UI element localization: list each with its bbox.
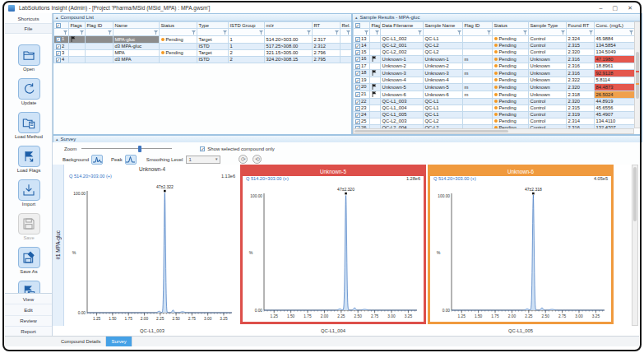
sample-row[interactable]: ✓ 19Unknown-4Unknown-4PendingUnknown2.32… <box>354 77 635 83</box>
filter-funnel-icon[interactable] <box>307 30 311 35</box>
row-checkbox[interactable]: ✓ <box>355 119 360 124</box>
sidebar-nav-edit[interactable]: Edit <box>5 304 52 315</box>
peak-button[interactable] <box>125 155 137 165</box>
row-checkbox[interactable]: ✓ <box>355 23 360 28</box>
filter-cell[interactable] <box>529 29 567 36</box>
filter-funnel-icon[interactable] <box>192 30 196 35</box>
column-header[interactable]: Status <box>160 22 197 29</box>
filter-funnel-icon[interactable] <box>108 30 112 35</box>
filter-cell[interactable] <box>424 29 463 36</box>
filter-funnel-icon[interactable] <box>364 30 368 35</box>
compound-row[interactable]: ✓ 4d3 MPAISTD2324.20>308.152.795 <box>54 56 352 63</box>
maximize-button[interactable]: ▢ <box>613 5 619 12</box>
row-checkbox[interactable]: ✓ <box>355 78 360 83</box>
zoom-slider[interactable] <box>81 146 172 152</box>
sample-horizontal-scrollbar[interactable] <box>353 128 634 134</box>
row-checkbox[interactable]: ✓ <box>355 44 360 49</box>
filter-cell[interactable] <box>69 29 86 36</box>
apply-all-button[interactable]: ⟲ <box>253 155 262 164</box>
column-header[interactable]: Found RT <box>567 22 595 29</box>
compound-list-header[interactable]: ▴ Compound List <box>53 14 351 21</box>
filter-funnel-icon[interactable] <box>259 30 263 35</box>
survey-tile-unknown-5[interactable]: Unknown-5Q 514.20>303.00 (+)1.28e61.251.… <box>240 165 426 324</box>
row-checkbox[interactable]: ✓ <box>56 51 61 56</box>
filter-cell[interactable] <box>354 29 370 36</box>
row-checkbox[interactable]: ✓ <box>355 106 360 111</box>
filter-funnel-icon[interactable] <box>589 30 593 35</box>
filter-cell[interactable] <box>160 29 197 36</box>
column-header[interactable]: m/z <box>265 22 313 29</box>
row-checkbox[interactable]: ✓ <box>56 58 61 63</box>
sample-row[interactable]: ✓ 15QC-L2_002QC-L2PendingControl2.320134… <box>354 49 635 55</box>
filter-cell[interactable] <box>313 29 341 36</box>
sidebar-section-file[interactable]: File <box>5 23 52 34</box>
filter-cell[interactable] <box>341 29 352 36</box>
sample-row[interactable]: ✓ 14QC-L2_001QC-L2PendingControl2.315134… <box>354 42 635 49</box>
collapse-icon[interactable]: ▴ <box>56 15 58 20</box>
filter-cell[interactable] <box>370 29 381 36</box>
minimize-button[interactable]: – <box>600 5 603 12</box>
background-peak-button[interactable] <box>91 155 103 165</box>
filter-cell[interactable] <box>463 29 493 36</box>
filter-funnel-icon[interactable] <box>375 30 379 35</box>
next-tile-title[interactable]: QC-L1_003 <box>140 328 164 333</box>
sample-vertical-scrollbar[interactable] <box>634 21 641 128</box>
row-checkbox[interactable]: ✓ <box>355 113 360 118</box>
load-flags-button[interactable]: Load Flags <box>5 146 53 173</box>
column-header[interactable]: Type <box>197 22 229 29</box>
row-checkbox[interactable]: ✓ <box>355 71 360 76</box>
row-checkbox[interactable]: ✓ <box>355 85 360 90</box>
filter-funnel-icon[interactable] <box>223 30 227 35</box>
row-checkbox[interactable]: ✓ <box>56 44 61 49</box>
sample-row[interactable]: ✓ 22QC-L1_003QC-L1PendingControl2.32044.… <box>354 98 635 105</box>
sample-row[interactable]: ✓ 16Unknown-1Unknown-1mPendingUnknown2.3… <box>354 55 635 63</box>
column-header[interactable]: ✓ <box>354 22 370 29</box>
close-button[interactable]: ✕ <box>628 5 632 12</box>
sample-results-header[interactable]: ▴ Sample Results - MPA-gluc <box>353 14 642 21</box>
survey-tile-unknown-4[interactable]: Unknown-4Q 514.20>303.00 (+)1.13e61.251.… <box>66 165 239 324</box>
save-as-button[interactable]: Save As <box>5 247 53 274</box>
update-button[interactable]: Update <box>5 78 53 105</box>
row-checkbox[interactable]: ✓ <box>56 23 61 28</box>
filter-cell[interactable] <box>265 29 313 36</box>
filter-cell[interactable] <box>54 29 69 36</box>
column-header[interactable]: ISTD Group <box>229 22 265 29</box>
column-header[interactable]: Data Filename <box>381 22 424 29</box>
sidebar-nav-review[interactable]: Review <box>5 316 52 327</box>
filter-funnel-icon[interactable] <box>335 30 339 35</box>
column-header[interactable]: Sample Name <box>424 22 463 29</box>
compound-row[interactable]: ✓ 3MPAPendingTarget2321.15>305.002.796 <box>54 49 352 56</box>
sidebar-nav-view[interactable]: View <box>5 294 52 304</box>
show-selected-checkbox[interactable]: ✓ <box>200 146 205 151</box>
sample-row[interactable]: ✓ 21Unknown-6Unknown-6mPendingUnknown2.3… <box>354 91 635 98</box>
row-checkbox[interactable]: ✓ <box>355 64 360 69</box>
smoothing-level-select[interactable]: 1 ▼ <box>186 156 220 164</box>
column-header[interactable]: Flags <box>69 22 86 29</box>
filter-funnel-icon[interactable] <box>487 30 491 35</box>
load-method-button[interactable]: Load Method <box>5 112 53 139</box>
filter-funnel-icon[interactable] <box>80 30 84 35</box>
column-header[interactable]: Rel. Int. <box>341 22 352 29</box>
filter-funnel-icon[interactable] <box>418 30 422 35</box>
column-header[interactable]: Status <box>493 22 529 29</box>
sample-row[interactable]: ✓ 20Unknown-5Unknown-5mPendingUnknown2.3… <box>354 83 635 91</box>
tab-compound-details[interactable]: Compound Details <box>56 337 106 346</box>
row-checkbox[interactable]: ✓ <box>355 92 360 97</box>
survey-tile-unknown-6[interactable]: Unknown-6Q 514.20>303.00 (+)4.05e51.251.… <box>428 165 614 324</box>
filter-funnel-icon[interactable] <box>154 30 158 35</box>
collapse-icon[interactable]: ▴ <box>355 15 358 20</box>
column-header[interactable]: Conc. (mg/L) <box>595 22 635 29</box>
row-checkbox[interactable]: ✓ <box>355 37 360 42</box>
row-checkbox[interactable]: ✓ <box>355 57 360 62</box>
column-header[interactable]: Flag ID <box>463 22 493 29</box>
filter-cell[interactable] <box>595 29 635 36</box>
sample-row[interactable]: ✓ 24QC-L1_005QC-L1PendingControl2.31945.… <box>354 111 635 118</box>
filter-cell[interactable] <box>567 29 595 36</box>
row-checkbox[interactable]: ✓ <box>355 50 360 55</box>
filter-funnel-icon[interactable] <box>346 30 350 35</box>
row-checkbox[interactable]: ✓ <box>56 37 61 42</box>
filter-funnel-icon[interactable] <box>457 30 461 35</box>
import-button[interactable]: Import <box>5 179 53 207</box>
compound-row[interactable]: ✓ 2d3 MPA-glucISTD1517.25>308.002.312 <box>54 43 352 49</box>
open-button[interactable]: Open <box>5 44 53 72</box>
